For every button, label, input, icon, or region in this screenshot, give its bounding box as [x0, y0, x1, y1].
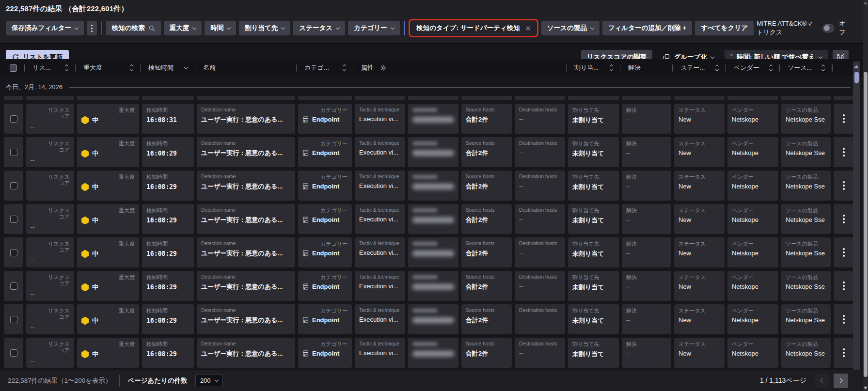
sort-icon[interactable] — [343, 65, 346, 71]
row-checkbox[interactable] — [10, 182, 17, 189]
scroll-up-icon[interactable] — [854, 65, 859, 68]
detections-table: リス... 重大度 検知時間 名前 カテゴ... 属性 割り当... 解決 — [0, 59, 868, 370]
sort-icon[interactable] — [770, 65, 772, 71]
header-severity[interactable]: 重大度 — [77, 59, 139, 77]
table-row[interactable]: リスクスコア -- 重大度 中 検知時間 16:08:29 Detection … — [4, 271, 868, 301]
next-page-button[interactable] — [834, 374, 848, 388]
table-row[interactable]: リスクスコア -- 重大度 中 検知時間 16:08:29 Detection … — [4, 171, 868, 201]
source-product-filter-button[interactable]: ソースの製品 — [541, 21, 600, 35]
risk-score-label: リスクスコア — [45, 207, 70, 220]
saved-filters-button[interactable]: 保存済みフィルター — [6, 21, 84, 35]
assignee-filter-button[interactable]: 割り当て先 — [239, 21, 290, 35]
time-filter-button[interactable]: 時間 — [205, 21, 236, 35]
page-scrollbar[interactable] — [863, 0, 868, 391]
cell-severity: 重大度 中 — [77, 338, 139, 368]
scroll-up-icon[interactable] — [864, 1, 868, 4]
header-resolution[interactable]: 解決 — [622, 59, 671, 77]
sort-icon[interactable] — [610, 65, 613, 71]
footer-separator — [119, 375, 120, 387]
detection-name-value: ユーザー実行：悪意のある... — [201, 115, 283, 124]
tactic-label: Tactic & technique — [359, 107, 401, 113]
header-detection-time[interactable]: 検知時間 — [142, 59, 194, 77]
table-row[interactable]: リスクスコア -- 重大度 中 検知時間 16:08:31 Detection … — [4, 96, 868, 100]
table-row[interactable]: リスクスコア -- 重大度 中 検知時間 16:08:29 Detection … — [4, 338, 868, 368]
header-attributes[interactable]: 属性 — [355, 59, 565, 77]
header-status[interactable]: ステー... — [674, 59, 725, 77]
table-row[interactable]: リスクスコア -- 重大度 中 検知時間 16:08:29 Detection … — [4, 304, 868, 334]
detection-time-label: 検知時間 — [146, 274, 189, 281]
destination-hosts-value: -- — [519, 216, 561, 223]
add-remove-filter-button[interactable]: フィルターの追加／削除 + — [602, 21, 693, 35]
source-product-value: Netskope Sse — [786, 149, 825, 156]
clear-all-button[interactable]: すべてをクリア — [695, 21, 754, 35]
redacted-label — [412, 108, 438, 112]
resolution-value: -- — [626, 250, 667, 257]
destination-hosts-label: Destination hosts — [519, 207, 561, 213]
severity-label: 重大度 — [81, 241, 135, 247]
active-filter-chip[interactable]: 検知のタイプ: サードパーティ検知 — [411, 21, 536, 35]
sort-icon[interactable] — [716, 65, 718, 71]
row-checkbox[interactable] — [10, 282, 17, 290]
vendor-value: Netskope — [732, 350, 774, 357]
row-checkbox[interactable] — [10, 115, 17, 123]
row-actions-button[interactable] — [843, 341, 845, 364]
category-filter-button[interactable]: カテゴリー — [348, 21, 400, 35]
detection-name-value: ユーザー実行：悪意のある... — [201, 349, 283, 358]
header-assignee[interactable]: 割り当... — [568, 59, 619, 77]
severity-filter-button[interactable]: 重大度 — [164, 21, 202, 35]
header-risk-score[interactable]: リス... — [26, 59, 74, 77]
table-scrollbar-thumb[interactable] — [854, 72, 859, 83]
table-row[interactable]: リスクスコア -- 重大度 中 検知時間 16:08:29 Detection … — [4, 237, 868, 267]
page-scrollbar-thumb[interactable] — [864, 72, 868, 377]
table-row[interactable]: リスクスコア -- 重大度 中 検知時間 16:08:31 Detection … — [4, 104, 868, 134]
row-checkbox[interactable] — [10, 349, 17, 357]
row-checkbox[interactable] — [10, 249, 17, 256]
row-actions-button[interactable] — [843, 174, 845, 197]
table-scrollbar[interactable] — [853, 62, 860, 390]
header-category[interactable]: カテゴ... — [298, 59, 352, 77]
severity-filter-label: 重大度 — [170, 24, 189, 32]
cell-redacted — [408, 237, 458, 267]
severity-value: 中 — [92, 116, 98, 125]
cell-destination-hosts: Destination hosts -- — [515, 104, 565, 134]
header-select-all[interactable] — [4, 59, 23, 77]
category-label: カテゴリー — [302, 107, 347, 113]
sort-icon[interactable] — [822, 65, 824, 71]
row-actions-button[interactable] — [843, 308, 845, 331]
per-page-select[interactable]: 200 — [195, 374, 223, 387]
row-actions-button[interactable] — [843, 207, 845, 231]
gear-icon[interactable] — [380, 64, 387, 71]
table-row[interactable]: リスクスコア -- 重大度 中 検知時間 16:08:29 Detection … — [4, 137, 868, 167]
risk-score-label: リスクスコア — [45, 274, 70, 287]
destination-hosts-value: -- — [519, 282, 561, 290]
cell-source-product: ソースの製品 Netskope Sse — [781, 96, 831, 100]
select-all-checkbox[interactable] — [10, 64, 17, 72]
row-actions-button[interactable] — [843, 107, 845, 130]
detection-name-label: Detection name — [201, 308, 291, 313]
mitre-matrix-toggle[interactable] — [822, 24, 834, 32]
row-actions-button[interactable] — [843, 141, 845, 164]
row-actions-button[interactable] — [843, 241, 845, 264]
prev-page-button[interactable] — [815, 374, 829, 388]
filter-separator — [101, 21, 102, 35]
more-options-button[interactable] — [87, 21, 97, 35]
detection-search-button[interactable]: 検知の検索 — [106, 21, 161, 35]
header-name[interactable]: 名前 — [197, 59, 295, 77]
table-row[interactable]: リスクスコア -- 重大度 中 検知時間 16:08:29 Detection … — [4, 204, 868, 234]
scroll-down-icon[interactable] — [864, 387, 868, 390]
cell-category: カテゴリー Endpoint — [298, 237, 352, 267]
header-source[interactable]: ソース... — [781, 59, 831, 77]
row-actions-button[interactable] — [843, 274, 845, 297]
row-actions-button[interactable] — [843, 96, 845, 97]
cell-detection-name: Detection name ユーザー実行：悪意のある... — [197, 237, 295, 267]
row-checkbox[interactable] — [10, 216, 17, 223]
row-checkbox[interactable] — [10, 316, 17, 323]
close-icon[interactable] — [525, 26, 531, 31]
status-filter-button[interactable]: ステータス — [293, 21, 345, 35]
header-vendor[interactable]: ベンダー — [727, 59, 778, 77]
cell-assignee: 割り当て先 未割り当て — [568, 271, 619, 301]
sort-icon[interactable] — [130, 65, 133, 71]
sort-icon[interactable] — [65, 65, 68, 71]
row-checkbox[interactable] — [10, 149, 17, 156]
vendor-label: ベンダー — [732, 174, 774, 180]
